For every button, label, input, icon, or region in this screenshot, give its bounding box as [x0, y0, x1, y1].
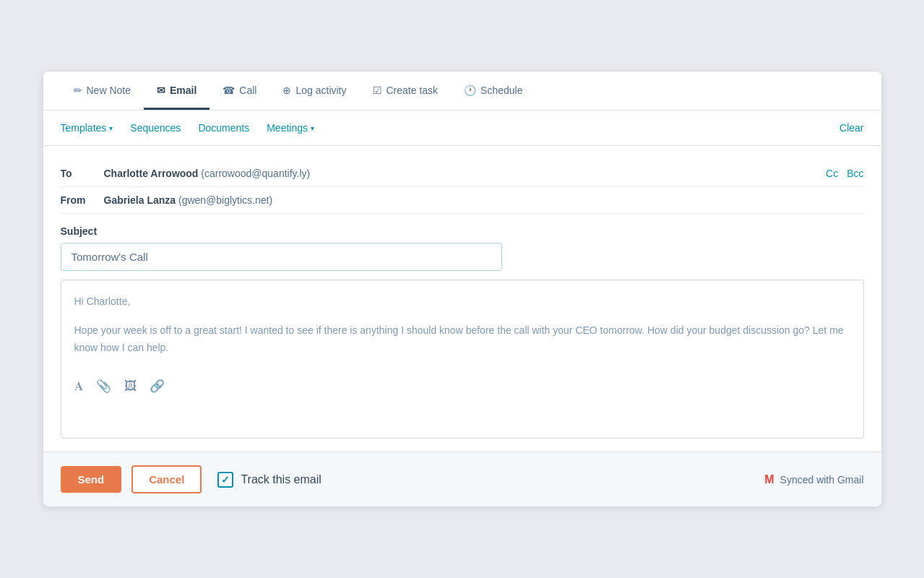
email-footer: Send Cancel ✓ Track this email M Synced … — [43, 452, 881, 506]
to-label: To — [61, 168, 104, 179]
to-name: Charlotte Arrowood — [104, 168, 199, 179]
cc-bcc-buttons: Cc Bcc — [826, 168, 863, 179]
plus-circle-icon: ⊕ — [282, 85, 291, 96]
phone-icon: ☎ — [223, 85, 235, 96]
subject-label: Subject — [61, 225, 864, 237]
from-label: From — [61, 194, 104, 206]
toolbar-documents[interactable]: Documents — [198, 118, 261, 138]
chevron-down-icon: ▾ — [109, 124, 113, 132]
to-value: Charlotte Arrowood (carrowood@quantify.l… — [104, 168, 826, 179]
tab-create-task[interactable]: ☑ Create task — [360, 72, 452, 110]
compose-area: To Charlotte Arrowood (carrowood@quantif… — [43, 146, 881, 439]
checkmark-icon: ✓ — [221, 474, 230, 486]
email-compose-card: ✏ New Note ✉ Email ☎ Call ⊕ Log activity… — [43, 72, 881, 506]
bcc-button[interactable]: Bcc — [847, 168, 863, 179]
tab-email[interactable]: ✉ Email — [144, 72, 210, 110]
from-field: From Gabriela Lanza (gwen@biglytics.net) — [61, 187, 864, 214]
clear-button[interactable]: Clear — [839, 118, 863, 138]
track-email-label[interactable]: Track this email — [241, 473, 321, 486]
tab-new-note[interactable]: ✏ New Note — [61, 72, 144, 110]
toolbar-meetings[interactable]: Meetings ▾ — [267, 118, 326, 138]
body-section: Hi Charlotte, Hope your week is off to a… — [61, 280, 864, 439]
link-icon[interactable]: 🔗 — [150, 376, 165, 397]
synced-with-gmail: M Synced with Gmail — [764, 473, 863, 486]
tab-call[interactable]: ☎ Call — [210, 72, 269, 110]
toolbar-templates[interactable]: Templates ▾ — [61, 118, 125, 138]
send-button[interactable]: Send — [61, 466, 122, 493]
body-line1: Hi Charlotte, — [74, 293, 850, 311]
from-value: Gabriela Lanza (gwen@biglytics.net) — [104, 194, 864, 206]
toolbar-sequences[interactable]: Sequences — [130, 118, 192, 138]
pencil-icon: ✏ — [74, 85, 82, 96]
to-email: (carrowood@quantify.ly) — [201, 168, 310, 179]
body-line2: Hope your week is off to a great start! … — [74, 322, 850, 357]
attachment-icon[interactable]: 📎 — [96, 376, 111, 397]
cc-button[interactable]: Cc — [826, 168, 838, 179]
email-toolbar: Templates ▾ Sequences Documents Meetings… — [43, 111, 881, 146]
tab-schedule[interactable]: 🕐 Schedule — [451, 72, 535, 110]
email-icon: ✉ — [157, 85, 165, 96]
track-email-section: ✓ Track this email — [217, 472, 321, 488]
subject-section: Subject — [61, 214, 864, 280]
body-formatting-toolbar: 𝐀 📎 🖼 🔗 — [74, 369, 850, 397]
tab-log-activity[interactable]: ⊕ Log activity — [269, 72, 359, 110]
chevron-down-icon: ▾ — [311, 124, 314, 132]
from-name: Gabriela Lanza — [104, 194, 176, 206]
gmail-icon: M — [764, 473, 774, 486]
subject-input[interactable] — [61, 243, 503, 271]
checkbox-icon: ☑ — [373, 85, 382, 96]
font-format-icon[interactable]: 𝐀 — [74, 376, 83, 397]
from-email: (gwen@biglytics.net) — [178, 194, 272, 206]
to-field: To Charlotte Arrowood (carrowood@quantif… — [61, 160, 864, 187]
synced-gmail-label: Synced with Gmail — [780, 474, 864, 486]
image-icon[interactable]: 🖼 — [124, 376, 137, 397]
cancel-button[interactable]: Cancel — [131, 465, 202, 493]
track-email-checkbox[interactable]: ✓ — [217, 472, 233, 488]
body-editor[interactable]: Hi Charlotte, Hope your week is off to a… — [61, 280, 864, 439]
clock-icon: 🕐 — [464, 85, 476, 96]
nav-tabs: ✏ New Note ✉ Email ☎ Call ⊕ Log activity… — [43, 72, 881, 111]
